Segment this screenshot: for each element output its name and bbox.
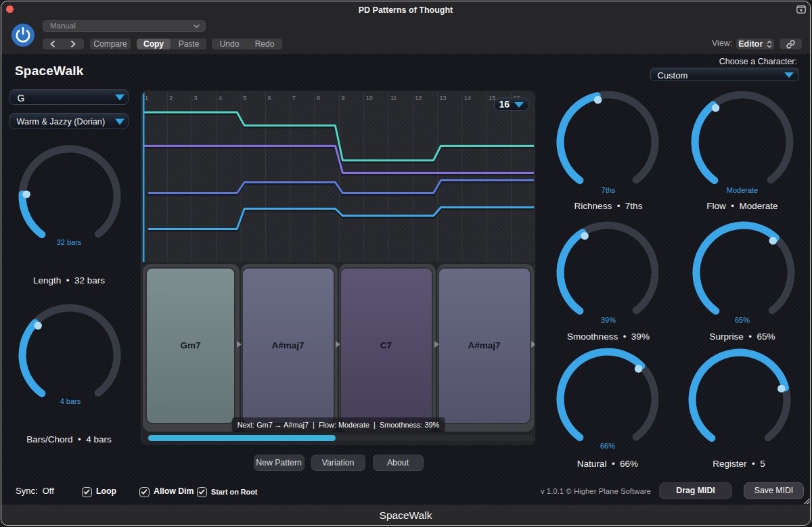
svg-text:9: 9	[341, 95, 344, 101]
svg-text:13: 13	[440, 95, 447, 101]
svg-text:3: 3	[194, 95, 198, 101]
svg-text:7: 7	[292, 95, 296, 101]
svg-text:4: 4	[219, 95, 222, 101]
svg-text:11: 11	[390, 95, 397, 101]
svg-text:5: 5	[243, 95, 246, 101]
svg-text:1: 1	[145, 95, 148, 101]
svg-text:10: 10	[366, 95, 373, 101]
svg-text:2: 2	[169, 95, 173, 101]
svg-text:6: 6	[268, 95, 271, 101]
svg-text:12: 12	[415, 95, 422, 101]
svg-text:8: 8	[317, 95, 320, 101]
svg-text:14: 14	[464, 95, 471, 101]
